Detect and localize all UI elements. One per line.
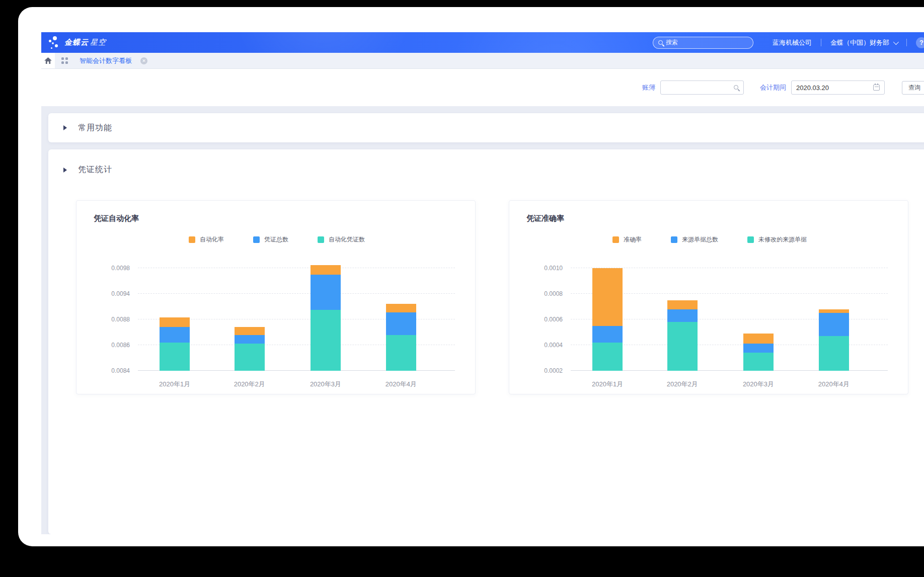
legend-item[interactable]: 未修改的来源单据 xyxy=(747,235,807,244)
global-search-input[interactable]: 搜索 xyxy=(653,37,753,49)
legend-label: 准确率 xyxy=(624,235,642,244)
app-menu-button[interactable] xyxy=(61,57,68,64)
legend-item[interactable]: 凭证总数 xyxy=(253,235,288,244)
book-label: 账簿 xyxy=(642,83,655,92)
expand-arrow-icon[interactable] xyxy=(63,125,67,130)
legend-swatch-blue xyxy=(253,236,260,243)
legend-item[interactable]: 自动化凭证数 xyxy=(318,235,365,244)
filter-bar: 账簿 会计期间 2020.03.20 查询 xyxy=(41,69,924,106)
bar-segment-teal[interactable] xyxy=(667,322,698,371)
expand-arrow-icon[interactable] xyxy=(63,168,67,173)
home-button[interactable] xyxy=(41,53,55,68)
x-axis-label: 2020年4月 xyxy=(818,380,850,389)
legend-label: 未修改的来源单据 xyxy=(758,235,807,244)
query-button[interactable]: 查询 xyxy=(902,81,924,95)
bar-segment-blue[interactable] xyxy=(311,275,341,310)
chart-voucher-automation-rate: 凭证自动化率自动化率凭证总数自动化凭证数0.00840.00860.00880.… xyxy=(76,200,476,394)
bar-segment-blue[interactable] xyxy=(160,327,190,343)
chart-voucher-accuracy-rate: 凭证准确率准确率来源单据总数未修改的来源单据0.00020.00040.0006… xyxy=(509,200,908,394)
bar-segment-orange[interactable] xyxy=(311,265,341,275)
bar-segment-teal[interactable] xyxy=(592,343,623,371)
legend-swatch-orange xyxy=(189,236,195,243)
bar-segment-orange[interactable] xyxy=(819,309,849,313)
calendar-icon[interactable] xyxy=(873,85,880,91)
y-axis-tick: 0.0002 xyxy=(526,367,563,374)
y-axis-tick: 0.0086 xyxy=(94,342,130,349)
bar-segment-blue[interactable] xyxy=(743,344,774,353)
bar-segment-orange[interactable] xyxy=(592,268,623,326)
app-window: 金蝶云星空 搜索 蓝海机械公司 金蝶（中国）财务部 ? 智能会计数字看 xyxy=(18,7,924,546)
period-date-value: 2020.03.20 xyxy=(796,84,829,92)
bar-segment-orange[interactable] xyxy=(235,327,265,335)
brand-logo: 金蝶云星空 xyxy=(48,36,106,49)
tab-dashboard[interactable]: 智能会计数字看板 ✕ xyxy=(80,56,147,65)
section-title: 常用功能 xyxy=(78,123,112,133)
bar-segment-orange[interactable] xyxy=(743,334,774,344)
bar-segment-teal[interactable] xyxy=(160,343,190,371)
bar-segment-blue[interactable] xyxy=(592,326,623,343)
help-button[interactable]: ? xyxy=(916,37,924,48)
gridline xyxy=(138,293,455,294)
bar-segment-blue[interactable] xyxy=(235,335,265,344)
chevron-down-icon xyxy=(893,39,899,44)
top-navbar: 金蝶云星空 搜索 蓝海机械公司 金蝶（中国）财务部 ? xyxy=(41,32,924,53)
section-title: 凭证统计 xyxy=(78,164,112,175)
chart-plot: 0.00020.00040.00060.00080.00102020年1月202… xyxy=(526,256,893,391)
page-content: 常用功能 凭证统计 凭证自动化率自动化率凭证总数自动化凭证数0.00840.00… xyxy=(41,106,924,534)
y-axis-tick: 0.0088 xyxy=(94,316,130,323)
lookup-icon[interactable] xyxy=(734,85,738,90)
home-icon xyxy=(44,57,52,64)
legend-item[interactable]: 准确率 xyxy=(612,235,642,244)
bar-segment-teal[interactable] xyxy=(311,310,341,371)
x-axis-label: 2020年3月 xyxy=(743,380,774,389)
x-axis-label: 2020年3月 xyxy=(310,380,341,389)
y-axis-tick: 0.0008 xyxy=(526,290,563,297)
legend-label: 自动化率 xyxy=(200,235,224,244)
bar-segment-orange[interactable] xyxy=(667,300,698,309)
chart-title: 凭证准确率 xyxy=(526,214,893,223)
bar-segment-orange[interactable] xyxy=(386,304,416,313)
tab-label: 智能会计数字看板 xyxy=(80,56,132,65)
chart-legend: 准确率来源单据总数未修改的来源单据 xyxy=(526,235,893,244)
x-axis-label: 2020年4月 xyxy=(386,380,417,389)
y-axis-tick: 0.0094 xyxy=(94,290,130,297)
x-axis-label: 2020年1月 xyxy=(592,380,623,389)
company-name[interactable]: 蓝海机械公司 xyxy=(773,38,812,47)
section-voucher-statistics: 凭证统计 凭证自动化率自动化率凭证总数自动化凭证数0.00840.00860.0… xyxy=(48,149,924,534)
y-axis-tick: 0.0006 xyxy=(526,316,563,323)
department-dropdown[interactable]: 金蝶（中国）财务部 xyxy=(830,38,897,47)
plot-area xyxy=(571,256,888,371)
legend-swatch-teal xyxy=(747,236,754,243)
section-header[interactable]: 凭证统计 xyxy=(63,164,924,175)
legend-swatch-teal xyxy=(318,236,324,243)
bar-segment-blue[interactable] xyxy=(386,312,416,335)
period-date-input[interactable]: 2020.03.20 xyxy=(791,80,885,95)
bar-segment-teal[interactable] xyxy=(819,336,849,371)
brand-name-light: 星空 xyxy=(90,38,106,46)
y-axis-tick: 0.0098 xyxy=(94,265,130,272)
book-lookup-input[interactable] xyxy=(660,80,744,95)
bar-segment-blue[interactable] xyxy=(819,313,849,336)
legend-item[interactable]: 自动化率 xyxy=(189,235,224,244)
bar-segment-orange[interactable] xyxy=(160,317,190,327)
y-axis-tick: 0.0084 xyxy=(94,367,130,374)
bar-segment-teal[interactable] xyxy=(235,344,265,371)
gridline xyxy=(138,268,455,268)
app-root: 金蝶云星空 搜索 蓝海机械公司 金蝶（中国）财务部 ? 智能会计数字看 xyxy=(41,32,924,534)
section-common-functions[interactable]: 常用功能 xyxy=(48,113,924,142)
chart-legend: 自动化率凭证总数自动化凭证数 xyxy=(94,235,460,244)
brand-name-bold: 金蝶云 xyxy=(64,38,89,46)
legend-item[interactable]: 来源单据总数 xyxy=(671,235,718,244)
legend-label: 来源单据总数 xyxy=(682,235,718,244)
bar-segment-teal[interactable] xyxy=(386,335,416,371)
chart-title: 凭证自动化率 xyxy=(94,214,460,223)
chart-plot: 0.00840.00860.00880.00940.00982020年1月202… xyxy=(94,256,460,391)
search-placeholder: 搜索 xyxy=(666,38,678,47)
tab-close-icon[interactable]: ✕ xyxy=(140,57,147,64)
brand-name: 金蝶云星空 xyxy=(64,38,106,47)
bar-segment-teal[interactable] xyxy=(743,353,774,371)
department-label: 金蝶（中国）财务部 xyxy=(830,38,889,47)
logo-dots-icon xyxy=(48,36,59,49)
bar-segment-blue[interactable] xyxy=(667,309,698,322)
navbar-divider xyxy=(821,39,821,46)
